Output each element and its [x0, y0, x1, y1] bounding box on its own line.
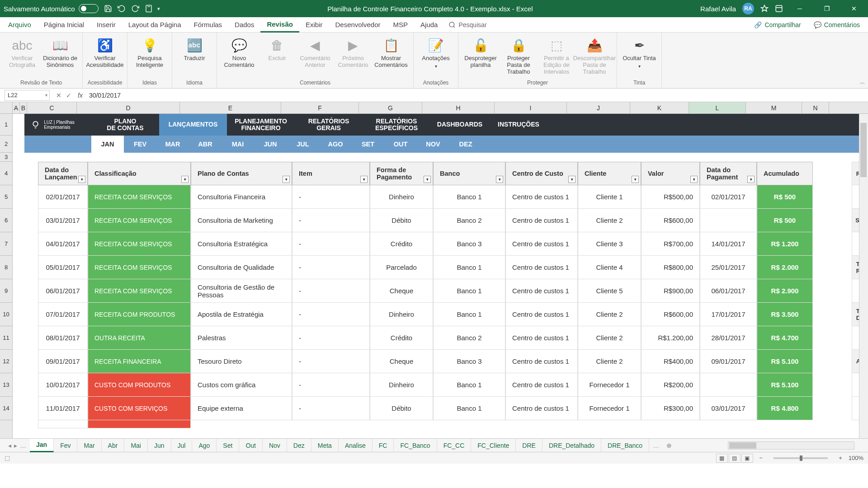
table-cell[interactable]: R$1.200,00: [641, 326, 700, 350]
sheet-tab[interactable]: Fev: [54, 439, 77, 452]
table-cell[interactable]: Cliente 1: [578, 185, 641, 209]
table-cell[interactable]: Centro de custos 1: [505, 326, 578, 350]
row-header[interactable]: 11: [0, 326, 12, 350]
sheet-tab[interactable]: FC: [373, 439, 394, 452]
table-cell[interactable]: R$ 500: [757, 209, 813, 232]
new-comment-button[interactable]: 💬Novo Comentário: [222, 37, 257, 69]
allow-edit-ranges-button[interactable]: ⬚Permitir a Edição de Intervalos: [539, 37, 574, 75]
table-cell[interactable]: 07/01/2017: [38, 303, 88, 326]
filter-dropdown-icon[interactable]: ▾: [632, 176, 639, 183]
table-cell[interactable]: R$600,00: [641, 303, 700, 326]
vertical-scrollbar[interactable]: [859, 114, 868, 438]
page-break-view-icon[interactable]: ▣: [741, 454, 753, 463]
table-cell[interactable]: R$600,00: [641, 209, 700, 232]
zoom-out-icon[interactable]: −: [760, 455, 763, 461]
cancel-formula-icon[interactable]: ✕: [56, 92, 61, 99]
month-tab-fev[interactable]: FEV: [124, 136, 156, 153]
table-header[interactable]: Item▾: [292, 162, 370, 185]
table-cell[interactable]: CUSTO COM SERVIÇOS: [88, 397, 191, 420]
sheet-tab[interactable]: Nov: [263, 439, 287, 452]
table-cell[interactable]: Cliente 2: [578, 209, 641, 232]
table-cell[interactable]: Apostila de Estratégia: [191, 303, 292, 326]
table-cell[interactable]: Dinheiro: [370, 185, 433, 209]
table-cell[interactable]: Cliente 4: [578, 256, 641, 279]
table-cell[interactable]: 03/01/2017: [700, 397, 757, 420]
table-cell[interactable]: 02/01/2017: [38, 185, 88, 209]
table-header[interactable]: Data do Pagament▾: [700, 162, 757, 185]
row-header[interactable]: 10: [0, 303, 12, 326]
table-cell[interactable]: 09/01/2017: [38, 350, 88, 373]
table-cell[interactable]: R$ 1.200: [757, 232, 813, 256]
table-cell[interactable]: Cliente 2: [578, 350, 641, 373]
minimize-button[interactable]: ─: [789, 0, 810, 17]
table-header[interactable]: Classificação▾: [88, 162, 191, 185]
table-cell[interactable]: 08/01/2017: [38, 326, 88, 350]
row-header[interactable]: 3: [0, 153, 12, 162]
nav-primary-item[interactable]: PLANEJAMENTOFINANCEIRO: [227, 114, 295, 136]
month-tab-nov[interactable]: NOV: [417, 136, 449, 153]
table-cell[interactable]: 09/01/2017: [700, 350, 757, 373]
table-cell[interactable]: Banco 2: [433, 209, 505, 232]
sheet-tab[interactable]: Out: [239, 439, 263, 452]
table-cell[interactable]: R$200,00: [641, 373, 700, 397]
table-cell[interactable]: 14/01/2017: [700, 232, 757, 256]
table-header[interactable]: Valor▾: [641, 162, 700, 185]
row-header[interactable]: 14: [0, 397, 12, 420]
connected-services-icon[interactable]: [760, 5, 769, 13]
tab-msp[interactable]: MSP: [387, 17, 415, 33]
table-header[interactable]: Banco▾: [433, 162, 505, 185]
column-header-I[interactable]: I: [495, 102, 567, 113]
month-tab-ago[interactable]: AGO: [319, 136, 352, 153]
table-cell[interactable]: Banco 1: [433, 373, 505, 397]
delete-comment-button[interactable]: 🗑Excluir: [259, 37, 295, 62]
nav-primary-item[interactable]: DASHBOARDS: [430, 114, 489, 136]
tab-insert[interactable]: Inserir: [90, 17, 122, 33]
table-cell[interactable]: R$ 5.100: [757, 373, 813, 397]
nav-primary-item[interactable]: PLANODE CONTAS: [91, 114, 159, 136]
table-cell[interactable]: Cliente 5: [578, 279, 641, 303]
nav-primary-item[interactable]: INSTRUÇÕES: [489, 114, 548, 136]
column-header-F[interactable]: F: [281, 102, 359, 113]
table-cell[interactable]: RECEITA COM SERVIÇOS: [88, 279, 191, 303]
select-all-corner[interactable]: [0, 102, 13, 113]
table-cell[interactable]: Palestras: [191, 326, 292, 350]
table-cell[interactable]: Equipe externa: [191, 397, 292, 420]
month-tab-set[interactable]: SET: [352, 136, 384, 153]
sheet-tab[interactable]: Meta: [311, 439, 339, 452]
column-header-G[interactable]: G: [359, 102, 422, 113]
row-header[interactable]: 6: [0, 209, 12, 232]
table-cell[interactable]: Banco 3: [433, 232, 505, 256]
table-cell[interactable]: -: [292, 232, 370, 256]
redo-icon[interactable]: [130, 4, 140, 14]
column-header-H[interactable]: H: [422, 102, 495, 113]
table-header[interactable]: Cliente▾: [578, 162, 641, 185]
table-cell[interactable]: Banco 1: [433, 256, 505, 279]
tab-developer[interactable]: Desenvolvedor: [329, 17, 387, 33]
table-cell[interactable]: 25/01/2017: [700, 256, 757, 279]
table-cell[interactable]: RECEITA COM SERVIÇOS: [88, 185, 191, 209]
table-cell[interactable]: Centro de custos 1: [505, 373, 578, 397]
table-cell[interactable]: Banco 1: [433, 303, 505, 326]
table-cell[interactable]: Cliente 2: [578, 326, 641, 350]
tab-formulas[interactable]: Fórmulas: [188, 17, 229, 33]
table-cell[interactable]: Banco 1: [433, 279, 505, 303]
table-cell[interactable]: Cheque: [370, 279, 433, 303]
sheet-tab[interactable]: DRE: [516, 439, 542, 452]
table-cell[interactable]: Banco 1: [433, 185, 505, 209]
touch-mode-icon[interactable]: [144, 4, 154, 14]
nav-primary-item[interactable]: RELATÓRIOSESPECÍFICOS: [363, 114, 430, 136]
table-cell[interactable]: Cliente 3: [578, 232, 641, 256]
sheet-tab[interactable]: Jul: [171, 439, 193, 452]
sheet-tab[interactable]: FC_Banco: [394, 439, 437, 452]
column-header-C[interactable]: C: [27, 102, 77, 113]
row-header[interactable]: 4: [0, 162, 12, 185]
filter-dropdown-icon[interactable]: ▾: [496, 176, 503, 183]
nav-primary-item[interactable]: RELATÓRIOSGERAIS: [295, 114, 363, 136]
table-cell[interactable]: R$ 4.800: [757, 397, 813, 420]
row-header[interactable]: 12: [0, 350, 12, 373]
table-cell[interactable]: RECEITA FINANCEIRA: [88, 350, 191, 373]
table-cell[interactable]: 02/01/2017: [700, 185, 757, 209]
filter-dropdown-icon[interactable]: ▾: [283, 176, 290, 183]
normal-view-icon[interactable]: ▦: [716, 454, 728, 463]
row-header[interactable]: 7: [0, 232, 12, 256]
